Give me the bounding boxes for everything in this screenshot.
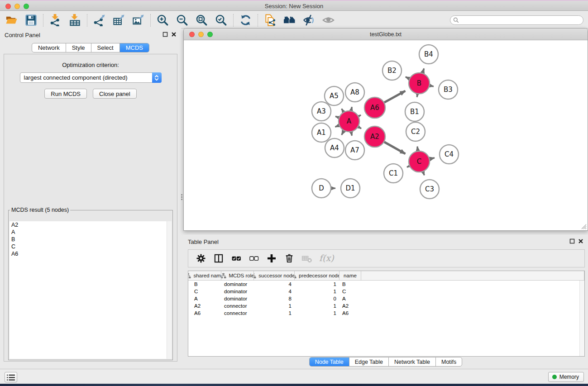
result-list-scrollbar[interactable] <box>167 221 172 359</box>
graph-node-B4[interactable]: B4 <box>419 45 438 64</box>
graph-edge-A-A7[interactable] <box>351 132 352 136</box>
delete-row-icon[interactable] <box>284 253 295 264</box>
first-neighbors-icon[interactable] <box>283 14 296 26</box>
tab-network[interactable]: Network <box>32 43 66 52</box>
float-panel-button[interactable] <box>163 32 168 37</box>
graph-edge-A-A4[interactable] <box>342 131 344 135</box>
close-panel-button[interactable] <box>171 32 177 37</box>
graph-node-A5[interactable]: A5 <box>325 86 344 105</box>
graph-node-A8[interactable]: A8 <box>345 83 364 102</box>
open-file-icon[interactable] <box>5 14 18 26</box>
close-panel-action-button[interactable]: Close panel <box>93 89 137 99</box>
tab-edge-table[interactable]: Edge Table <box>349 357 389 366</box>
graph-edge-A-A8[interactable] <box>351 107 352 110</box>
add-row-icon[interactable] <box>266 253 277 264</box>
column-header-name[interactable]: name <box>339 271 361 280</box>
table-row[interactable]: A6connector11A6 <box>188 310 584 317</box>
graph-edge-B-B2[interactable] <box>406 77 409 79</box>
graph-edge-C-C1[interactable] <box>407 166 409 167</box>
graph-node-C2[interactable]: C2 <box>406 122 425 141</box>
mcds-result-item[interactable]: B <box>10 236 172 243</box>
graph-edge-A2-C[interactable] <box>384 142 406 154</box>
graph-edge-A-A1[interactable] <box>335 125 339 127</box>
graph-node-A1[interactable]: A1 <box>312 123 331 142</box>
tab-node-table[interactable]: Node Table <box>310 357 349 366</box>
float-table-panel-button[interactable] <box>569 238 575 244</box>
graph-edge-A-A6[interactable] <box>359 115 361 116</box>
zoom-selected-icon[interactable] <box>215 14 227 26</box>
optimization-criterion-select[interactable]: largest connected component (directed) <box>20 72 162 83</box>
search-input[interactable] <box>459 16 583 24</box>
graph-node-C4[interactable]: C4 <box>440 145 459 164</box>
close-table-panel-button[interactable] <box>578 238 583 244</box>
clone-network-icon[interactable] <box>264 14 276 26</box>
graph-node-B[interactable]: B <box>409 73 430 94</box>
graph-edge-B-B4[interactable] <box>422 68 424 73</box>
graph-node-A3[interactable]: A3 <box>312 102 331 121</box>
graph-node-A4[interactable]: A4 <box>325 138 344 157</box>
column-header-successor_nodes[interactable]: successor nodes <box>254 271 295 280</box>
resize-grip[interactable] <box>580 223 587 229</box>
export-image-icon[interactable] <box>132 14 144 26</box>
panel-splitter-grip[interactable] <box>181 193 183 200</box>
graph-node-A6[interactable]: A6 <box>364 97 385 118</box>
graph-node-A2[interactable]: A2 <box>364 126 385 147</box>
graph-edge-A-A2[interactable] <box>359 127 361 129</box>
import-network-icon[interactable] <box>49 14 62 26</box>
graph-edge-C-C3[interactable] <box>423 172 424 175</box>
column-visibility-icon[interactable] <box>213 253 224 264</box>
graph-node-D1[interactable]: D1 <box>341 179 360 198</box>
birds-eye-view-icon[interactable] <box>322 14 335 26</box>
column-header-predecessor_nodes[interactable]: predecessor nodes <box>295 271 339 280</box>
column-header-shared_name[interactable]: shared name <box>188 271 221 280</box>
graph-edge-C-C4[interactable] <box>430 158 435 159</box>
tab-style[interactable]: Style <box>66 43 91 52</box>
graph-node-A7[interactable]: A7 <box>345 141 364 160</box>
memory-button[interactable]: Memory <box>548 372 584 382</box>
table-row[interactable]: Adominator80A <box>188 295 584 302</box>
column-header-mcds_role[interactable]: MCDS role <box>221 271 254 280</box>
graph-edge-A6-B[interactable] <box>384 91 405 103</box>
zoom-in-icon[interactable] <box>157 14 169 26</box>
zoom-fit-icon[interactable] <box>196 14 208 26</box>
import-table-icon[interactable] <box>69 14 81 26</box>
table-row[interactable]: Cdominator41C <box>188 288 584 295</box>
table-settings-icon[interactable] <box>196 253 206 264</box>
export-table-icon[interactable] <box>113 14 125 26</box>
graph-edge-A-A3[interactable] <box>335 116 339 118</box>
graph-node-B2[interactable]: B2 <box>382 61 402 80</box>
run-mcds-button[interactable]: Run MCDS <box>44 89 87 99</box>
save-session-icon[interactable] <box>25 14 37 26</box>
graph-edge-B-B3[interactable] <box>430 86 433 86</box>
mcds-result-item[interactable]: A6 <box>10 250 172 257</box>
graph-node-C[interactable]: C <box>409 151 430 172</box>
mcds-result-list[interactable]: A2ABCA6 <box>10 221 172 359</box>
mcds-result-item[interactable]: C <box>10 243 172 250</box>
export-network-icon[interactable] <box>93 14 105 26</box>
node-table[interactable]: shared nameMCDS rolesuccessor nodesprede… <box>188 271 585 357</box>
mcds-result-item[interactable]: A2 <box>10 221 172 229</box>
graph-node-B1[interactable]: B1 <box>405 102 424 121</box>
tab-network-table[interactable]: Network Table <box>389 357 436 366</box>
select-all-icon[interactable] <box>231 253 242 264</box>
tab-select[interactable]: Select <box>91 43 120 52</box>
graph-node-C1[interactable]: C1 <box>384 164 403 183</box>
graph-node-D[interactable]: D <box>312 179 331 198</box>
refresh-network-icon[interactable] <box>239 14 252 26</box>
table-scrollbar[interactable] <box>579 281 584 356</box>
zoom-out-icon[interactable] <box>176 14 188 26</box>
unselect-all-icon[interactable] <box>249 253 259 264</box>
graph-node-A[interactable]: A <box>339 111 359 132</box>
graph-node-B3[interactable]: B3 <box>439 80 458 99</box>
table-row[interactable]: Bdominator41B <box>188 281 584 288</box>
table-row[interactable]: A2connector11A2 <box>188 302 584 310</box>
tab-mcds[interactable]: MCDS <box>120 43 149 52</box>
graph-edge-A-A5[interactable] <box>342 109 344 112</box>
task-history-button[interactable] <box>5 372 17 382</box>
mcds-result-item[interactable]: A <box>10 229 172 236</box>
graph-node-C3[interactable]: C3 <box>420 180 439 199</box>
graph-edge-B-B1[interactable] <box>417 94 417 97</box>
toggle-graphics-details-icon[interactable] <box>303 14 315 26</box>
network-canvas[interactable]: B4B2BB3A5A8A6B1A3AA1C2A2A4A7C4CC1C3DD1 <box>184 40 588 230</box>
graph-edge-C-C2[interactable] <box>417 147 418 151</box>
